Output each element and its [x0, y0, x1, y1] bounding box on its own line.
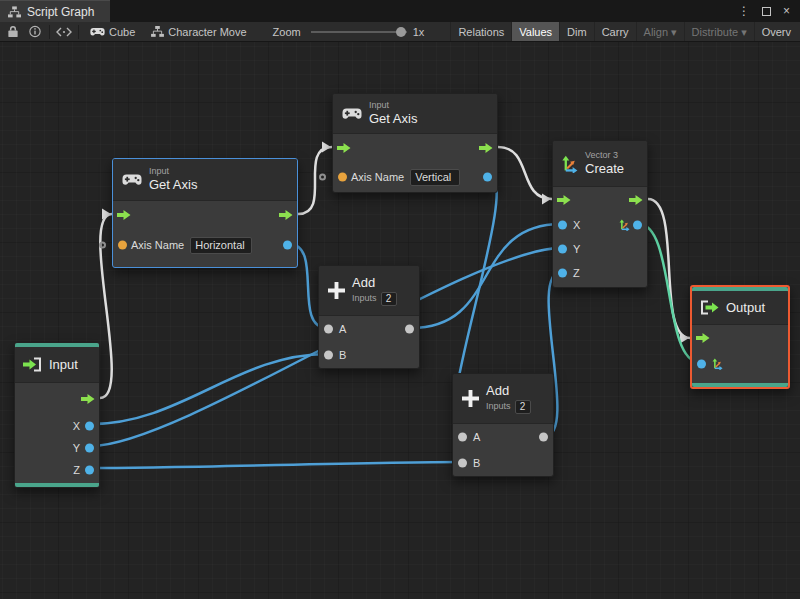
- sum-output-port[interactable]: [405, 325, 414, 334]
- wire-flow-vector3-to-output-arrowhead: [680, 333, 689, 344]
- port-y-label: Y: [573, 243, 580, 255]
- node-header[interactable]: Input Get Axis: [333, 94, 497, 134]
- toggle-dim[interactable]: Dim: [559, 22, 594, 42]
- node-header[interactable]: Output: [692, 291, 788, 325]
- wire-flow-getaxis-vertical-to-vector3-arrowhead: [542, 194, 551, 205]
- inputs-count-field[interactable]: [381, 292, 397, 306]
- wire-value-input-z-to-add2-b[interactable]: [91, 462, 461, 468]
- node-header[interactable]: Vector 3 Create: [553, 141, 647, 187]
- tab-script-graph[interactable]: Script Graph: [0, 0, 110, 22]
- node-add-2[interactable]: Add Inputs A B: [452, 373, 554, 477]
- toggle-values[interactable]: Values: [511, 22, 559, 42]
- control-out-port[interactable]: [81, 394, 95, 405]
- port-a-label: A: [473, 431, 480, 443]
- node-subtitle: Input: [149, 166, 197, 177]
- node-header[interactable]: Add Inputs: [453, 374, 553, 424]
- port-a-label: A: [339, 323, 346, 335]
- graph-canvas[interactable]: Input Get Axis Axis Name Input: [0, 42, 800, 599]
- wire-flow-vector3-to-output[interactable]: [648, 199, 690, 338]
- toolbar-toggle-group: Relations Values Dim Carry Align ▾ Distr…: [450, 22, 798, 42]
- port-z-label: Z: [573, 267, 580, 279]
- menu-dots-icon[interactable]: ⋮: [738, 5, 750, 17]
- node-title: Add: [486, 383, 531, 399]
- node-graph-output[interactable]: Output: [690, 285, 790, 389]
- port-x-label: X: [573, 219, 580, 231]
- port-row-x: X: [553, 213, 647, 237]
- node-header[interactable]: Input: [15, 347, 99, 383]
- plus-icon: [462, 390, 479, 407]
- axis-name-row: Axis Name: [333, 162, 497, 192]
- info-icon[interactable]: [24, 22, 46, 42]
- control-out-port[interactable]: [629, 195, 643, 206]
- breadcrumb-gameobject[interactable]: Cube: [82, 22, 143, 42]
- port-row-b: B: [453, 450, 553, 476]
- node-title: Add: [352, 275, 397, 291]
- node-title: Get Axis: [369, 111, 417, 127]
- wire-flow-getaxis-horizontal-to-getaxis-vertical-arrowhead: [322, 142, 331, 153]
- axis-name-field[interactable]: [410, 169, 460, 186]
- close-icon[interactable]: ×: [783, 5, 790, 17]
- wire-flow-getaxis-horizontal-to-getaxis-vertical[interactable]: [298, 147, 332, 214]
- value-output-port[interactable]: [483, 173, 492, 182]
- output-port-x[interactable]: [85, 422, 94, 431]
- vector3-output-port[interactable]: [633, 221, 642, 230]
- control-port-row: [113, 201, 297, 229]
- input-port-a[interactable]: [324, 325, 333, 334]
- wire-value-add1-to-vector3-x[interactable]: [411, 224, 561, 328]
- accent-strip: [692, 383, 788, 387]
- sum-output-port[interactable]: [539, 433, 548, 442]
- maximize-icon[interactable]: [762, 7, 771, 16]
- node-title: Input: [49, 357, 78, 372]
- breadcrumb-graph[interactable]: Character Move: [143, 22, 254, 42]
- wire-flow-getaxis-vertical-to-vector3[interactable]: [498, 147, 552, 199]
- node-get-axis-vertical[interactable]: Input Get Axis Axis Name: [332, 93, 498, 193]
- port-row-x: X: [15, 415, 99, 437]
- zoom-slider-handle[interactable]: [396, 27, 406, 37]
- input-port-z[interactable]: [558, 269, 567, 278]
- node-vector3-create[interactable]: Vector 3 Create X Y Z: [552, 140, 648, 288]
- toggle-carry[interactable]: Carry: [594, 22, 636, 42]
- control-in-port[interactable]: [117, 210, 131, 221]
- window-controls: ⋮ ×: [738, 0, 800, 22]
- output-port-y[interactable]: [85, 444, 94, 453]
- toggle-align[interactable]: Align ▾: [636, 22, 684, 42]
- control-out-port[interactable]: [279, 210, 293, 221]
- node-title: Get Axis: [149, 177, 197, 193]
- accent-strip: [15, 483, 99, 487]
- inputs-count-field[interactable]: [515, 400, 531, 414]
- zoom-value: 1x: [413, 26, 431, 38]
- toggle-distribute[interactable]: Distribute ▾: [684, 22, 754, 42]
- node-header[interactable]: Add Inputs: [319, 266, 419, 316]
- value-output-port[interactable]: [283, 241, 292, 250]
- node-header[interactable]: Input Get Axis: [113, 159, 297, 201]
- unconnected-port-indicator: [319, 174, 326, 181]
- input-port-b[interactable]: [458, 459, 467, 468]
- toggle-relations[interactable]: Relations: [450, 22, 511, 42]
- axis-name-field[interactable]: [190, 237, 252, 254]
- control-in-port[interactable]: [557, 195, 571, 206]
- toggle-overview[interactable]: Overv: [754, 22, 798, 42]
- output-port-z[interactable]: [85, 466, 94, 475]
- lock-icon[interactable]: [2, 22, 24, 42]
- control-in-port[interactable]: [696, 333, 710, 344]
- input-port-b[interactable]: [324, 351, 333, 360]
- input-port-x[interactable]: [558, 221, 567, 230]
- gamepad-icon: [122, 174, 142, 186]
- axis-name-row: Axis Name: [113, 229, 297, 261]
- control-port-row: [692, 325, 788, 351]
- control-out-port[interactable]: [479, 143, 493, 154]
- node-get-axis-horizontal[interactable]: Input Get Axis Axis Name: [112, 158, 298, 268]
- code-icon[interactable]: [53, 22, 75, 42]
- script-graph-window: Script Graph ⋮ × Cube Character Move Zoo…: [0, 0, 800, 599]
- input-port-a[interactable]: [458, 433, 467, 442]
- vector3-input-port[interactable]: [697, 360, 706, 369]
- node-graph-input[interactable]: Input X Y Z: [14, 342, 100, 488]
- axis-name-input-port[interactable]: [338, 173, 347, 182]
- node-add-1[interactable]: Add Inputs A B: [318, 265, 420, 369]
- input-port-y[interactable]: [558, 245, 567, 254]
- zoom-slider[interactable]: [311, 31, 407, 33]
- axis-name-input-port[interactable]: [118, 241, 127, 250]
- accent-strip: [15, 343, 99, 347]
- control-in-port[interactable]: [337, 143, 351, 154]
- control-port-row: [553, 187, 647, 213]
